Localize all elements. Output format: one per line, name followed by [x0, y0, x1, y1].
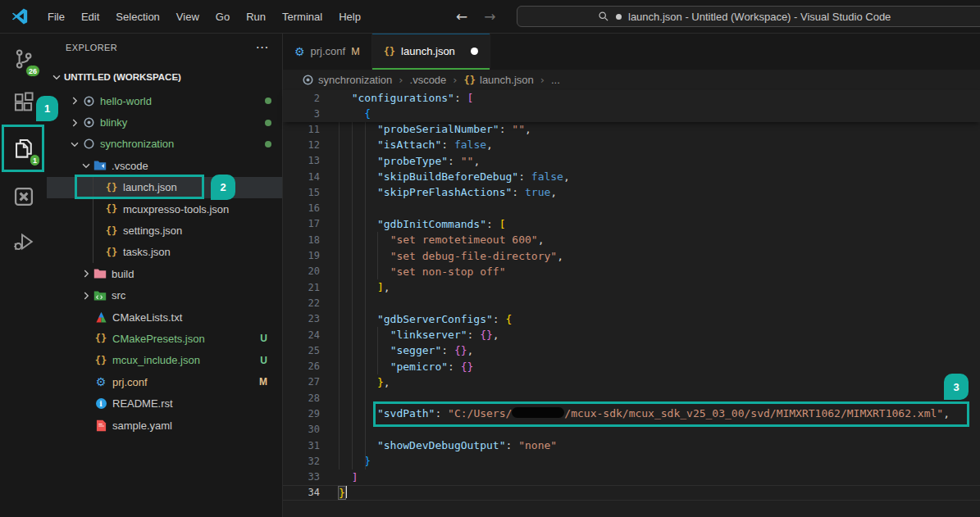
code-line-25[interactable]: 25 "segger": {},	[283, 342, 980, 358]
chevron-right-icon	[80, 290, 93, 302]
workspace-label: UNTITLED (WORKSPACE)	[64, 72, 181, 82]
gear-icon: ⚙	[294, 46, 305, 57]
activity-source-control-icon[interactable]: 26	[0, 39, 47, 79]
code-line-21[interactable]: 21 ],	[283, 279, 980, 295]
code-line-17[interactable]: 17 "gdbInitCommands": [	[283, 216, 980, 232]
window-modified-dot	[616, 14, 622, 20]
activity-run-and-debug-icon[interactable]	[0, 222, 47, 261]
line-number: 27	[283, 376, 320, 388]
explorer-sidebar: EXPLORER ⋯ UNTITLED (WORKSPACE) hello-wo…	[47, 33, 283, 517]
tree-item-tasks-json[interactable]: {}tasks.json	[47, 242, 282, 263]
back-arrow-button[interactable]: ←	[456, 8, 467, 25]
explorer-title: EXPLORER	[66, 43, 117, 52]
breadcrumb-item-synchronization[interactable]: synchronization	[302, 74, 392, 86]
activity-x-extension-icon[interactable]	[0, 177, 47, 216]
line-number: 16	[283, 202, 320, 214]
breadcrumb-item-launch-json[interactable]: {}launch.json	[464, 74, 534, 86]
tree-item-label: prj.conf	[112, 376, 148, 388]
menu-help[interactable]: Help	[330, 7, 369, 26]
tree-item-mcuxpresso-tools-json[interactable]: {}mcuxpresso-tools.json	[47, 198, 282, 220]
text-cursor	[345, 486, 347, 498]
tree-item-cmakepresets-json[interactable]: {}CMakePresets.jsonU	[47, 328, 282, 349]
forward-arrow-button[interactable]: →	[484, 8, 495, 25]
breadcrumb-item--[interactable]: ...	[551, 74, 560, 86]
json-icon: {}	[104, 203, 119, 215]
tab-dirty-dot[interactable]	[471, 48, 478, 55]
code-line-15[interactable]: 15 "skipPreFlashActions": true,	[283, 184, 980, 200]
tree-item-label: blinky	[100, 116, 127, 129]
tree-item-label: synchronization	[100, 138, 174, 150]
code-line-34[interactable]: 34}	[283, 485, 980, 501]
code-line-13[interactable]: 13 "probeType": "",	[283, 153, 980, 169]
command-center-search[interactable]: launch.json - Untitled (Workspace) - Vis…	[517, 6, 980, 27]
tree-item-src[interactable]: src	[47, 285, 282, 306]
code-line-31[interactable]: 31 "showDevDebugOutput": "none"	[283, 438, 980, 453]
line-number: 22	[283, 297, 320, 309]
tree-item--vscode[interactable]: .vscode	[47, 155, 282, 176]
line-number: 18	[283, 234, 320, 246]
tab-modified-badge: M	[351, 46, 359, 57]
menu-view[interactable]: View	[168, 7, 207, 26]
folder-vscode-icon	[93, 160, 107, 171]
line-number: 3	[283, 108, 320, 120]
sticky-scroll: 2 "configurations": [3 {	[283, 90, 980, 122]
code-line-19[interactable]: 19 "set debug-file-directory",	[283, 247, 980, 263]
menu-go[interactable]: Go	[207, 7, 238, 26]
tree-item-mcux-include-json[interactable]: {}mcux_include.jsonU	[47, 350, 282, 371]
code-editor[interactable]: 11 "probeSerialNumber": "",12 "isAttach"…	[283, 121, 980, 502]
line-content: "probeType": "",	[339, 155, 480, 167]
chevron-down-icon	[51, 71, 62, 83]
tree-item-build[interactable]: build	[47, 263, 282, 284]
code-line-16[interactable]: 16	[283, 200, 980, 215]
menu-edit[interactable]: Edit	[73, 7, 107, 26]
tree-item-settings-json[interactable]: {}settings.json	[47, 220, 282, 241]
code-line-2[interactable]: 2 "configurations": [	[283, 90, 980, 106]
tree-item-hello-world[interactable]: hello-world	[47, 90, 282, 111]
menu-selection[interactable]: Selection	[107, 7, 167, 26]
info-icon: i	[93, 398, 108, 409]
vscode-window: FileEditSelectionViewGoRunTerminalHelp ←…	[0, 0, 980, 517]
tree-item-sample-yaml[interactable]: sample.yaml	[47, 415, 282, 436]
menu-run[interactable]: Run	[238, 7, 274, 26]
folder-src-icon	[93, 290, 107, 302]
tree-item-synchronization[interactable]: synchronization	[47, 134, 282, 155]
code-line-14[interactable]: 14 "skipBuildBeforeDebug": false,	[283, 169, 980, 184]
gear-icon: ⚙	[93, 376, 108, 388]
more-actions-icon[interactable]: ⋯	[256, 43, 269, 52]
line-number: 21	[283, 282, 320, 293]
tab-launch-json[interactable]: {}launch.json	[372, 33, 490, 70]
git-status-badge: M	[259, 376, 267, 388]
line-number: 19	[283, 250, 320, 261]
code-line-3[interactable]: 3 {	[283, 106, 980, 121]
tree-item-prj-conf[interactable]: ⚙prj.confM	[47, 371, 282, 392]
code-line-22[interactable]: 22	[283, 295, 980, 311]
breadcrumb-item--vscode[interactable]: .vscode	[410, 74, 447, 86]
tree-item-blinky[interactable]: blinky	[47, 111, 282, 133]
tree-item-label: build	[112, 268, 134, 280]
code-line-18[interactable]: 18 "set remotetimeout 600",	[283, 232, 980, 247]
line-number: 25	[283, 345, 320, 356]
json-icon: {}	[93, 333, 108, 344]
code-line-11[interactable]: 11 "probeSerialNumber": "",	[283, 121, 980, 137]
tree-item-label: CMakeLists.txt	[112, 311, 182, 324]
menu-file[interactable]: File	[39, 7, 73, 26]
tree-item-readme-rst[interactable]: iREADME.rst	[47, 392, 282, 414]
line-content: "skipBuildBeforeDebug": false,	[339, 170, 570, 183]
tree-item-cmakelists-txt[interactable]: CMakeLists.txt	[47, 306, 282, 328]
code-line-32[interactable]: 32 }	[283, 453, 980, 469]
vscode-logo-icon	[11, 8, 28, 25]
line-content: "segger": {},	[339, 344, 473, 356]
line-number: 23	[283, 313, 320, 324]
tab-prj-conf[interactable]: ⚙prj.confM	[283, 33, 372, 70]
code-line-20[interactable]: 20 "set non-stop off"	[283, 264, 980, 279]
project-open-icon	[81, 138, 96, 150]
code-line-12[interactable]: 12 "isAttach": false,	[283, 137, 980, 152]
line-number: 33	[283, 471, 320, 483]
code-line-26[interactable]: 26 "pemicro": {}	[283, 358, 980, 374]
code-line-24[interactable]: 24 "linkserver": {},	[283, 327, 980, 342]
code-line-23[interactable]: 23 "gdbServerConfigs": {	[283, 311, 980, 327]
workspace-root-row[interactable]: UNTITLED (WORKSPACE)	[47, 67, 282, 87]
menu-terminal[interactable]: Terminal	[274, 7, 330, 26]
code-line-27[interactable]: 27 },	[283, 374, 980, 390]
code-line-33[interactable]: 33 ]	[283, 469, 980, 485]
